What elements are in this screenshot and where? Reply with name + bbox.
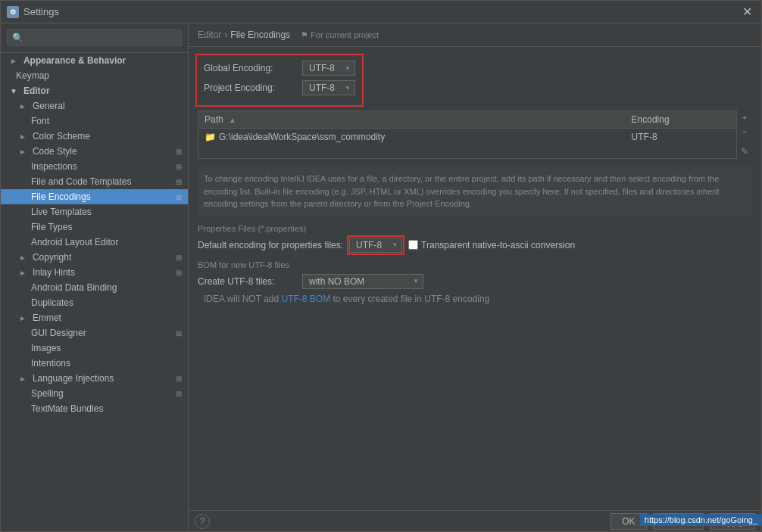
app-icon: ⚙ <box>7 6 19 18</box>
encoding-section: Global Encoding: UTF-8 Project Encoding:… <box>198 56 361 104</box>
badge-icon: ⊞ <box>176 390 182 398</box>
sidebar-item-label: Copyright <box>33 252 71 263</box>
sidebar-item-android-data-binding[interactable]: Android Data Binding <box>1 280 188 295</box>
sidebar-item-label: Inlay Hints <box>33 267 75 278</box>
bom-note: IDEA will NOT add UTF-8 BOM to every cre… <box>198 294 752 304</box>
sidebar-item-inspections[interactable]: Inspections ⊞ <box>1 159 188 174</box>
search-input[interactable] <box>7 30 182 46</box>
bom-create-value: with NO BOM <box>309 276 364 287</box>
table-row[interactable]: 📁 G:\idea\idealWorkSpace\ssm_commodity U… <box>198 129 736 146</box>
sidebar-item-duplicates[interactable]: Duplicates <box>1 295 188 310</box>
sidebar-item-gui-designer[interactable]: GUI Designer ⊞ <box>1 325 188 341</box>
search-box <box>1 23 188 53</box>
arrow-icon: ► <box>10 57 17 65</box>
bom-note-link: UTF-8 BOM <box>281 294 330 304</box>
bom-note-suffix: to every created file in UTF-8 encoding <box>333 294 490 304</box>
help-button[interactable]: ? <box>195 514 210 529</box>
sidebar-item-label: Font <box>31 116 49 126</box>
badge-icon: ⊞ <box>176 269 182 277</box>
sidebar-item-label: TextMate Bundles <box>31 403 103 414</box>
sidebar-item-font[interactable]: Font <box>1 114 188 129</box>
path-table-section: Path ▲ Encoding <box>198 110 752 159</box>
arrow-icon: ► <box>19 102 27 110</box>
sidebar-item-file-types[interactable]: File Types <box>1 219 188 235</box>
window-title: Settings <box>23 6 739 17</box>
sidebar-item-label: Android Layout Editor <box>31 237 118 247</box>
sidebar-item-android-layout-editor[interactable]: Android Layout Editor <box>1 235 188 250</box>
sidebar-item-keymap[interactable]: Keymap <box>1 68 188 83</box>
sidebar-item-label: Android Data Binding <box>31 282 117 293</box>
path-table-container: Path ▲ Encoding <box>198 110 737 159</box>
properties-encoding-value: UTF-8 <box>356 240 382 250</box>
badge-icon: ⊞ <box>176 375 182 383</box>
sidebar-item-label: File Encodings <box>31 191 91 202</box>
title-bar: ⚙ Settings ✕ <box>1 1 761 23</box>
edit-path-button[interactable]: ✎ <box>739 145 751 157</box>
sidebar-item-label: Appearance & Behavior <box>23 55 126 66</box>
sidebar-item-label: Emmet <box>33 313 61 323</box>
remove-path-button[interactable]: − <box>739 126 751 138</box>
global-encoding-dropdown[interactable]: UTF-8 <box>302 61 355 76</box>
close-button[interactable]: ✕ <box>739 5 755 19</box>
breadcrumb-parent: Editor <box>198 30 221 40</box>
sidebar-item-label: GUI Designer <box>31 328 86 338</box>
sidebar-item-code-style[interactable]: ► Code Style ⊞ <box>1 144 188 159</box>
global-encoding-label: Global Encoding: <box>204 63 302 73</box>
properties-encoding-dropdown[interactable]: UTF-8 <box>349 238 402 253</box>
properties-section-title: Properties Files (*.properties) <box>198 224 752 233</box>
badge-icon: ⊞ <box>176 178 182 186</box>
sidebar-item-emmet[interactable]: ► Emmet <box>1 310 188 325</box>
arrow-icon: ► <box>19 132 27 141</box>
bom-section: BOM for new UTF-8 files Create UTF-8 fil… <box>198 260 752 304</box>
project-note: ⚑ For current project <box>301 30 379 40</box>
default-encoding-label: Default encoding for properties files: <box>198 240 343 250</box>
sidebar-item-inlay-hints[interactable]: ► Inlay Hints ⊞ <box>1 265 188 280</box>
badge-icon: ⊞ <box>176 254 182 262</box>
sidebar: ► Appearance & Behavior Keymap ▼ Editor … <box>1 23 189 531</box>
sidebar-item-appearance[interactable]: ► Appearance & Behavior <box>1 53 188 68</box>
global-encoding-row: Global Encoding: UTF-8 <box>204 61 355 76</box>
sidebar-item-file-and-code-templates[interactable]: File and Code Templates ⊞ <box>1 174 188 189</box>
sidebar-item-label: Editor <box>23 86 50 96</box>
sidebar-item-intentions[interactable]: Intentions <box>1 356 188 371</box>
sidebar-item-label: Inspections <box>31 161 77 172</box>
sidebar-item-label: Color Scheme <box>33 131 90 142</box>
badge-icon: ⊞ <box>176 329 182 338</box>
project-encoding-label: Project Encoding: <box>204 82 302 93</box>
bom-create-dropdown[interactable]: with NO BOM <box>302 274 423 289</box>
bom-create-row: Create UTF-8 files: with NO BOM <box>198 274 752 289</box>
sidebar-item-textmate-bundles[interactable]: TextMate Bundles <box>1 401 188 416</box>
watermark: https://blog.csdn.net/goGoing_ <box>640 514 762 526</box>
sidebar-item-file-encodings[interactable]: File Encodings ⊞ <box>1 189 188 204</box>
sidebar-item-spelling[interactable]: Spelling ⊞ <box>1 386 188 401</box>
encoding-column-header: Encoding <box>626 111 736 129</box>
path-column-header: Path ▲ <box>198 111 626 129</box>
arrow-icon: ► <box>19 375 27 383</box>
sidebar-item-label: Duplicates <box>31 297 73 308</box>
add-path-button[interactable]: + <box>739 112 751 124</box>
sidebar-item-label: Images <box>31 343 61 353</box>
breadcrumb-current: File Encodings <box>230 30 290 40</box>
sidebar-item-language-injections[interactable]: ► Language Injections ⊞ <box>1 371 188 386</box>
badge-icon: ⊞ <box>176 163 182 171</box>
project-encoding-value: UTF-8 <box>309 82 335 93</box>
table-action-sidebar: + − ✎ <box>737 110 752 159</box>
sort-asc-icon: ▲ <box>229 116 236 124</box>
arrow-icon: ► <box>19 254 27 262</box>
sidebar-item-images[interactable]: Images <box>1 341 188 356</box>
project-encoding-dropdown[interactable]: UTF-8 <box>302 80 355 95</box>
arrow-icon: ► <box>19 148 27 156</box>
arrow-icon: ► <box>19 314 27 322</box>
bom-create-label: Create UTF-8 files: <box>198 276 296 287</box>
sidebar-item-live-templates[interactable]: Live Templates <box>1 204 188 219</box>
sidebar-item-label: Intentions <box>31 358 70 369</box>
transparent-checkbox[interactable] <box>408 240 418 250</box>
breadcrumb: Editor › File Encodings ⚑ For current pr… <box>189 23 761 47</box>
sidebar-item-color-scheme[interactable]: ► Color Scheme <box>1 129 188 144</box>
properties-encoding-row: Default encoding for properties files: U… <box>198 238 752 253</box>
sidebar-item-editor[interactable]: ▼ Editor <box>1 83 188 98</box>
sidebar-item-general[interactable]: ► General <box>1 98 188 114</box>
sidebar-item-copyright[interactable]: ► Copyright ⊞ <box>1 250 188 265</box>
content-area: Global Encoding: UTF-8 Project Encoding:… <box>189 47 761 510</box>
info-text: To change encoding IntelliJ IDEA uses fo… <box>198 166 752 216</box>
